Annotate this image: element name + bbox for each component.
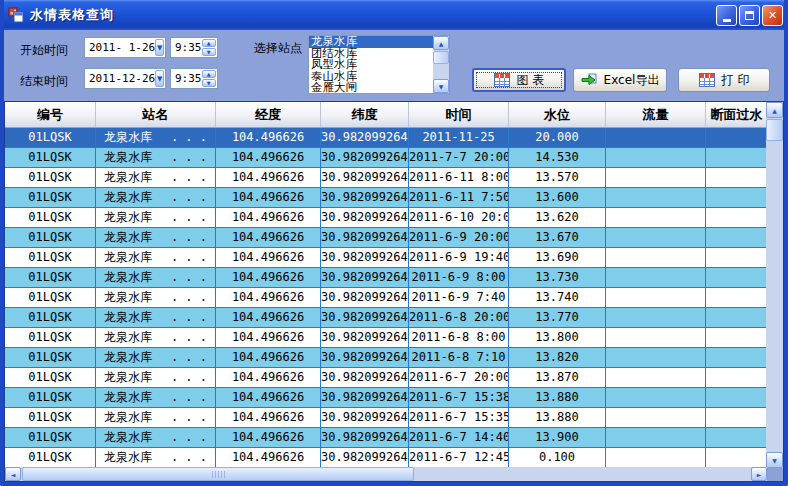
arrow-up-icon: ▲: [207, 40, 211, 46]
station-name: 龙泉水库: [104, 248, 152, 267]
cell-level: 0.100: [509, 448, 606, 467]
table-row[interactable]: 01LQSK龙泉水库. . .104.49662630.982099264...…: [5, 368, 767, 388]
cell-flow: [606, 328, 706, 347]
table-row[interactable]: 01LQSK龙泉水库. . .104.49662630.982099264...…: [5, 188, 767, 208]
cell-flow: [606, 348, 706, 367]
scrollbar-thumb[interactable]: [22, 467, 414, 481]
start-time-label: 开始时间: [20, 42, 68, 59]
cell-flow: [606, 308, 706, 327]
end-date-picker[interactable]: 2011-12-26 ▼: [84, 68, 166, 89]
station-name: 龙泉水库: [104, 228, 152, 247]
chevron-down-icon: ▼: [157, 44, 162, 52]
excel-export-button[interactable]: Excel导出: [573, 68, 667, 92]
table-row[interactable]: 01LQSK龙泉水库. . .104.49662630.982099264...…: [5, 248, 767, 268]
truncation-ellipsis: . . .: [171, 208, 207, 227]
table-row[interactable]: 01LQSK龙泉水库. . .104.49662630.982099264...…: [5, 148, 767, 168]
cell-id: 01LQSK: [5, 228, 96, 247]
truncation-ellipsis: . . .: [171, 188, 207, 207]
vertical-scrollbar[interactable]: ▲ ▼: [766, 102, 783, 468]
start-date-picker[interactable]: 2011- 1-26 ▼: [84, 37, 166, 58]
cell-time: 2011-7-7 20:00: [409, 148, 509, 167]
cell-level: 13.880: [509, 408, 606, 427]
cell-lat: 30.982099264...: [321, 128, 409, 147]
column-header[interactable]: 编号: [5, 102, 96, 127]
spin-down-button[interactable]: ▼: [202, 48, 217, 56]
spin-up-button[interactable]: ▲: [202, 70, 217, 78]
scrollbar-thumb[interactable]: [766, 119, 783, 141]
cell-flow: [606, 148, 706, 167]
chart-button[interactable]: 图 表: [472, 68, 566, 92]
table-row[interactable]: 01LQSK龙泉水库. . .104.49662630.982099264...…: [5, 228, 767, 248]
cell-section: [706, 248, 767, 267]
table-row[interactable]: 01LQSK龙泉水库. . .104.49662630.982099264...…: [5, 348, 767, 368]
cell-lat: 30.982099264...: [321, 428, 409, 447]
cell-section: [706, 348, 767, 367]
scroll-up-button[interactable]: ▲: [433, 36, 449, 50]
cell-time: 2011-6-9 7:40: [409, 288, 509, 307]
end-time-spinner[interactable]: 9:35 ▲ ▼: [170, 68, 218, 89]
end-date-dropdown-button[interactable]: ▼: [155, 70, 164, 87]
listbox-scrollbar[interactable]: ▲ ▼: [433, 36, 449, 93]
print-button[interactable]: 打 印: [678, 68, 770, 92]
title-bar[interactable]: 水情表格查询 ✕: [0, 0, 788, 30]
scroll-left-button[interactable]: ◄: [5, 467, 21, 481]
horizontal-scrollbar[interactable]: ◄ ►: [5, 467, 767, 481]
cell-flow: [606, 208, 706, 227]
table-row[interactable]: 01LQSK龙泉水库. . .104.49662630.982099264...…: [5, 208, 767, 228]
cell-time: 2011-6-7 14:40: [409, 428, 509, 447]
close-button[interactable]: ✕: [762, 5, 783, 26]
spin-up-button[interactable]: ▲: [202, 39, 217, 47]
table-row[interactable]: 01LQSK龙泉水库. . .104.49662630.982099264...…: [5, 328, 767, 348]
chevron-down-icon: ▼: [157, 75, 162, 83]
cell-section: [706, 308, 767, 327]
cell-section: [706, 408, 767, 427]
table-row[interactable]: 01LQSK龙泉水库. . .104.49662630.982099264...…: [5, 448, 767, 468]
column-header[interactable]: 断面过水: [706, 102, 767, 127]
station-option[interactable]: 金雁大闸: [309, 82, 433, 93]
start-date-dropdown-button[interactable]: ▼: [155, 39, 164, 56]
column-header[interactable]: 经度: [216, 102, 321, 127]
scroll-right-button[interactable]: ►: [751, 467, 767, 481]
cell-lon: 104.496626: [216, 408, 321, 427]
table-row[interactable]: 01LQSK龙泉水库. . .104.49662630.982099264...…: [5, 388, 767, 408]
truncation-ellipsis: . . .: [171, 388, 207, 407]
spin-down-button[interactable]: ▼: [202, 79, 217, 87]
table-row[interactable]: 01LQSK龙泉水库. . .104.49662630.982099264...…: [5, 268, 767, 288]
start-time-spinner[interactable]: 9:35 ▲ ▼: [170, 37, 218, 58]
table-row[interactable]: 01LQSK龙泉水库. . .104.49662630.982099264...…: [5, 308, 767, 328]
maximize-button[interactable]: [739, 5, 760, 26]
cell-lon: 104.496626: [216, 448, 321, 467]
cell-section: [706, 388, 767, 407]
cell-lat: 30.982099264...: [321, 408, 409, 427]
cell-level: 13.770: [509, 308, 606, 327]
table-row[interactable]: 01LQSK龙泉水库. . .104.49662630.982099264...…: [5, 168, 767, 188]
cell-flow: [606, 288, 706, 307]
window-controls: ✕: [716, 5, 783, 26]
cell-name: 龙泉水库. . .: [96, 268, 216, 287]
column-header[interactable]: 纬度: [321, 102, 409, 127]
column-header[interactable]: 时间: [409, 102, 509, 127]
cell-section: [706, 208, 767, 227]
cell-id: 01LQSK: [5, 248, 96, 267]
scrollbar-thumb[interactable]: [433, 51, 449, 64]
cell-flow: [606, 248, 706, 267]
table-row[interactable]: 01LQSK龙泉水库. . .104.49662630.982099264...…: [5, 128, 767, 148]
column-header[interactable]: 水位: [509, 102, 606, 127]
scroll-up-button[interactable]: ▲: [766, 102, 783, 118]
cell-name: 龙泉水库. . .: [96, 168, 216, 187]
cell-time: 2011-6-10 20:00: [409, 208, 509, 227]
minimize-button[interactable]: [716, 5, 737, 26]
cell-flow: [606, 408, 706, 427]
scroll-down-button[interactable]: ▼: [433, 79, 449, 93]
table-row[interactable]: 01LQSK龙泉水库. . .104.49662630.982099264...…: [5, 288, 767, 308]
arrow-up-icon: ▲: [439, 40, 444, 47]
scroll-down-button[interactable]: ▼: [766, 452, 783, 468]
cell-level: 13.900: [509, 428, 606, 447]
cell-lon: 104.496626: [216, 128, 321, 147]
cell-id: 01LQSK: [5, 208, 96, 227]
table-row[interactable]: 01LQSK龙泉水库. . .104.49662630.982099264...…: [5, 428, 767, 448]
table-row[interactable]: 01LQSK龙泉水库. . .104.49662630.982099264...…: [5, 408, 767, 428]
station-name: 龙泉水库: [104, 448, 152, 467]
column-header[interactable]: 站名: [96, 102, 216, 127]
column-header[interactable]: 流量: [606, 102, 706, 127]
